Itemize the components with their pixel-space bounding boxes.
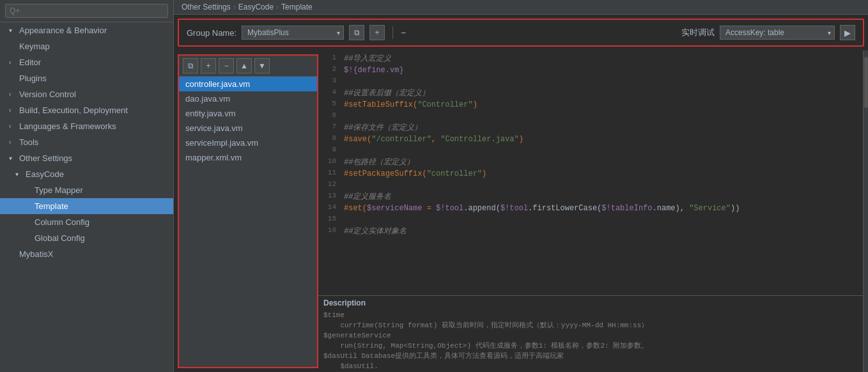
search-input[interactable] bbox=[5, 4, 168, 18]
description-label: Description bbox=[323, 298, 858, 307]
file-item-dao[interactable]: dao.java.vm bbox=[179, 91, 317, 106]
line-content-4: ##设置表后缀（宏定义） bbox=[341, 88, 863, 99]
line-num-2: 2 bbox=[318, 65, 341, 76]
sidebar-item-template[interactable]: Template bbox=[0, 198, 173, 214]
line-content-14: #set($serviceName = $!tool.append($!tool… bbox=[341, 203, 863, 214]
line-content-10: ##包路径（宏定义） bbox=[341, 157, 863, 168]
sidebar-item-keymap[interactable]: Keymap bbox=[0, 38, 173, 54]
line-content-9 bbox=[341, 145, 863, 157]
sidebar-item-tools[interactable]: ›Tools bbox=[0, 134, 173, 150]
line-num-1: 1 bbox=[318, 53, 341, 65]
sidebar-item-version-control[interactable]: ›Version Control bbox=[0, 86, 173, 102]
top-toolbar: Group Name: MybatisPlus Default ⧉ + − 实时… bbox=[178, 19, 864, 47]
file-item-serviceimpl[interactable]: serviceImpl.java.vm bbox=[179, 136, 317, 150]
sidebar-item-mybatisx[interactable]: MybatisX bbox=[0, 246, 173, 262]
code-line-3: 3 bbox=[318, 76, 863, 88]
line-content-6 bbox=[341, 111, 863, 122]
code-line-14: 14 #set($serviceName = $!tool.append($!t… bbox=[318, 203, 863, 214]
line-num-5: 5 bbox=[318, 99, 341, 111]
line-num-15: 15 bbox=[318, 214, 341, 226]
realtime-section: 实时调试 AccessKey: table AccessKey: entity … bbox=[681, 25, 855, 40]
nav-list: ▾Appearance & Behavior Keymap›Editor Plu… bbox=[0, 22, 173, 262]
sidebar-label-version-control: Version Control bbox=[19, 89, 76, 99]
run-button[interactable]: ▶ bbox=[840, 25, 855, 40]
toolbar-separator bbox=[392, 26, 393, 39]
sidebar-label-build: Build, Execution, Deployment bbox=[19, 105, 128, 115]
file-list-container: ⧉ + − ▲ ▼ controller.java.vm dao.java.vm… bbox=[178, 54, 318, 368]
expand-arrow-easycode: ▾ bbox=[15, 171, 23, 178]
line-content-7: ##保存文件（宏定义） bbox=[341, 122, 863, 134]
sidebar-item-editor[interactable]: ›Editor bbox=[0, 54, 173, 70]
add-file-button[interactable]: + bbox=[201, 58, 216, 74]
breadcrumb-part-3: Template bbox=[281, 3, 313, 12]
line-num-10: 10 bbox=[318, 157, 341, 168]
separator-dash: − bbox=[401, 27, 406, 38]
line-num-12: 12 bbox=[318, 180, 341, 191]
sidebar-item-column-config[interactable]: Column Config bbox=[0, 214, 173, 230]
sidebar-label-global-config: Global Config bbox=[35, 233, 85, 243]
line-content-3 bbox=[341, 76, 863, 88]
group-name-select-wrapper: MybatisPlus Default bbox=[242, 26, 344, 40]
description-content: $time currTime(String format) 获取当前时间，指定时… bbox=[323, 310, 858, 371]
line-num-7: 7 bbox=[318, 122, 341, 134]
sidebar-label-keymap: Keymap bbox=[19, 42, 50, 51]
sidebar-label-languages: Languages & Frameworks bbox=[19, 121, 116, 131]
expand-arrow-languages: › bbox=[9, 123, 17, 130]
breadcrumb-part-2: EasyCode bbox=[238, 3, 274, 12]
line-content-16: ##定义实体对象名 bbox=[341, 226, 863, 237]
sidebar-item-plugins[interactable]: Plugins bbox=[0, 70, 173, 86]
expand-arrow-appearance: ▾ bbox=[9, 27, 17, 34]
sidebar-item-type-mapper[interactable]: Type Mapper bbox=[0, 182, 173, 198]
file-list-toolbar: ⧉ + − ▲ ▼ bbox=[179, 56, 317, 77]
file-item-mapper[interactable]: mapper.xml.vm bbox=[179, 150, 317, 165]
line-content-5: #setTableSuffix("Controller") bbox=[341, 99, 863, 111]
code-line-5: 5 #setTableSuffix("Controller") bbox=[318, 99, 863, 111]
add-group-button[interactable]: + bbox=[369, 25, 385, 40]
expand-arrow-editor: › bbox=[9, 59, 17, 66]
move-up-button[interactable]: ▲ bbox=[236, 58, 252, 74]
line-num-4: 4 bbox=[318, 88, 341, 99]
sidebar-item-build[interactable]: ›Build, Execution, Deployment bbox=[0, 102, 173, 118]
settings-panel: Group Name: MybatisPlus Default ⧉ + − 实时… bbox=[174, 15, 868, 372]
expand-arrow-other-settings: ▾ bbox=[9, 155, 17, 162]
group-name-select[interactable]: MybatisPlus Default bbox=[242, 26, 344, 40]
code-line-9: 9 bbox=[318, 145, 863, 157]
sidebar-item-appearance[interactable]: ▾Appearance & Behavior bbox=[0, 22, 173, 38]
search-box[interactable] bbox=[0, 0, 173, 22]
line-content-11: #setPackageSuffix("controller") bbox=[341, 168, 863, 180]
breadcrumb-sep-2: › bbox=[276, 3, 279, 12]
breadcrumb-part-1: Other Settings bbox=[182, 3, 231, 12]
realtime-label: 实时调试 bbox=[681, 27, 715, 38]
line-num-13: 13 bbox=[318, 191, 341, 203]
line-content-1: ##导入宏定义 bbox=[341, 53, 863, 65]
file-item-entity[interactable]: entity.java.vm bbox=[179, 106, 317, 121]
expand-arrow-tools: › bbox=[9, 139, 17, 146]
code-line-6: 6 bbox=[318, 111, 863, 122]
copy-file-button[interactable]: ⧉ bbox=[183, 58, 198, 74]
sidebar-label-template: Template bbox=[35, 201, 68, 211]
code-line-15: 15 bbox=[318, 214, 863, 226]
line-num-8: 8 bbox=[318, 134, 341, 145]
remove-file-button[interactable]: − bbox=[219, 58, 234, 74]
sidebar-label-type-mapper: Type Mapper bbox=[35, 185, 83, 195]
sidebar-item-easycode[interactable]: ▾EasyCode bbox=[0, 166, 173, 182]
line-num-3: 3 bbox=[318, 76, 341, 88]
line-content-15 bbox=[341, 214, 863, 226]
sidebar-item-other-settings[interactable]: ▾Other Settings bbox=[0, 150, 173, 166]
expand-arrow-version-control: › bbox=[9, 91, 17, 98]
right-scrollbar[interactable] bbox=[863, 50, 868, 372]
sidebar-label-mybatisx: MybatisX bbox=[19, 249, 53, 259]
group-name-label: Group Name: bbox=[187, 28, 236, 38]
sidebar-label-editor: Editor bbox=[19, 58, 41, 67]
file-item-controller[interactable]: controller.java.vm bbox=[179, 77, 317, 91]
middle-section: ⧉ + − ▲ ▼ controller.java.vm dao.java.vm… bbox=[174, 50, 868, 372]
file-item-service[interactable]: service.java.vm bbox=[179, 121, 317, 136]
realtime-select[interactable]: AccessKey: table AccessKey: entity bbox=[720, 26, 835, 40]
code-line-1: 1 ##导入宏定义 bbox=[318, 53, 863, 65]
code-area[interactable]: 1 ##导入宏定义 2 $!{define.vm} 3 bbox=[318, 50, 863, 295]
copy-group-button[interactable]: ⧉ bbox=[349, 25, 364, 40]
move-down-button[interactable]: ▼ bbox=[254, 58, 270, 74]
sidebar-item-global-config[interactable]: Global Config bbox=[0, 230, 173, 246]
sidebar-item-languages[interactable]: ›Languages & Frameworks bbox=[0, 118, 173, 134]
sidebar-label-tools: Tools bbox=[19, 137, 38, 147]
